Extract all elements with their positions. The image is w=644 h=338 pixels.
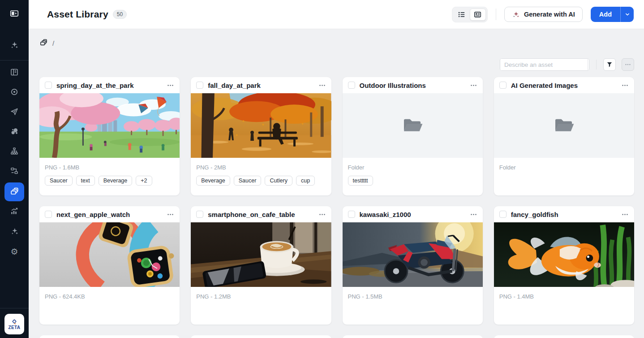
card-menu-button[interactable] — [470, 211, 477, 218]
list-view-button[interactable] — [454, 9, 470, 21]
ellipsis-icon — [621, 82, 629, 89]
card-thumbnail[interactable] — [494, 93, 634, 158]
filter-button[interactable] — [603, 58, 616, 71]
sidebar-item-ai-tools[interactable] — [5, 223, 23, 241]
card-menu-button[interactable] — [167, 211, 174, 218]
sidebar-item-settings[interactable]: ⚙ — [5, 243, 23, 260]
tag[interactable]: +2 — [136, 176, 152, 186]
more-options-button[interactable] — [622, 58, 634, 71]
asset-card-partial[interactable] — [39, 335, 180, 338]
add-button[interactable]: Add — [591, 7, 620, 22]
add-dropdown-button[interactable] — [620, 7, 634, 22]
tag[interactable]: Beverage — [196, 176, 230, 186]
card-menu-button[interactable] — [318, 82, 326, 89]
asset-card[interactable]: Outdoor Illustrations Folder testtttt — [343, 77, 483, 195]
card-checkbox[interactable] — [499, 211, 507, 218]
asset-card[interactable]: smartphone_on_cafe_table PNG - 1.2MB — [191, 206, 331, 325]
sidebar-item-analytics[interactable] — [5, 203, 23, 221]
card-thumbnail[interactable] — [191, 93, 331, 158]
sparkles-icon — [10, 40, 19, 51]
card-checkbox[interactable] — [348, 82, 355, 89]
card-tags: SaucertextBeverage+2 — [45, 176, 174, 186]
ellipsis-icon — [470, 211, 477, 218]
sidebar-item-dashboard[interactable] — [5, 64, 23, 82]
app-logo-button[interactable] — [0, 0, 29, 29]
breadcrumb-root-icon[interactable] — [39, 38, 48, 48]
card-thumbnail[interactable] — [191, 222, 331, 287]
card-menu-button[interactable] — [621, 82, 629, 89]
tag[interactable]: Saucer — [234, 176, 262, 186]
sidebar-item-campaigns[interactable] — [5, 104, 23, 121]
asset-card-partial[interactable] — [343, 335, 483, 338]
tag[interactable]: Beverage — [99, 176, 133, 186]
card-checkbox[interactable] — [45, 211, 52, 218]
breadcrumb-path: / — [52, 39, 54, 47]
card-thumbnail[interactable] — [343, 222, 483, 287]
card-meta: PNG - 1.6MB — [45, 164, 174, 171]
topbar-divider — [496, 9, 496, 20]
search-box — [500, 58, 589, 71]
page-title: Asset Library — [47, 9, 108, 20]
tag[interactable]: Saucer — [45, 176, 73, 186]
card-thumbnail[interactable] — [39, 222, 180, 287]
card-thumbnail[interactable] — [39, 93, 180, 158]
card-title: spring_day_at_the_park — [56, 82, 162, 89]
funnel-icon — [606, 61, 613, 68]
sidebar-divider — [0, 60, 29, 61]
card-menu-button[interactable] — [470, 82, 477, 89]
breadcrumb: / — [39, 39, 634, 48]
ellipsis-icon — [167, 211, 174, 218]
generate-with-ai-button[interactable]: Generate with AI — [504, 7, 583, 22]
tag[interactable]: text — [76, 176, 95, 186]
sidebar-item-audiences[interactable] — [5, 123, 23, 141]
card-checkbox[interactable] — [499, 82, 507, 89]
gallery-view-icon — [473, 10, 482, 19]
card-thumbnail[interactable] — [343, 93, 483, 158]
zeta-diamond-icon — [10, 318, 18, 325]
card-menu-button[interactable] — [167, 82, 174, 89]
asset-card-partial[interactable] — [494, 335, 634, 338]
card-thumbnail[interactable] — [494, 222, 634, 287]
ellipsis-icon — [318, 82, 326, 89]
asset-card[interactable]: fancy_goldfish PNG - 1.4MB — [494, 206, 634, 325]
card-header: AI Generated Images — [494, 77, 634, 93]
card-menu-button[interactable] — [621, 211, 629, 218]
asset-card[interactable]: next_gen_apple_watch PNG - 624.4KB — [39, 206, 180, 325]
sidebar-divider — [0, 308, 29, 308]
sidebar-item-ai-assistant[interactable] — [5, 37, 23, 55]
sidebar-item-journeys[interactable] — [5, 163, 23, 181]
gallery-view-button[interactable] — [470, 9, 486, 21]
card-title: fancy_goldfish — [511, 211, 617, 218]
chevron-down-icon — [624, 11, 631, 17]
ellipsis-icon — [470, 82, 477, 89]
zeta-logo[interactable]: ZETA — [4, 314, 24, 334]
card-title: kawasaki_z1000 — [360, 211, 465, 218]
sidebar-item-targeting[interactable] — [5, 84, 23, 102]
card-tags: BeverageSaucerCutlerycup — [196, 176, 326, 186]
search-button[interactable] — [588, 59, 589, 70]
asset-grid: spring_day_at_the_park PNG - 1.6MB Sauce… — [39, 77, 634, 338]
card-meta: PNG - 624.4KB — [45, 293, 174, 300]
asset-card[interactable]: spring_day_at_the_park PNG - 1.6MB Sauce… — [39, 77, 180, 195]
card-menu-button[interactable] — [318, 211, 326, 218]
card-checkbox[interactable] — [196, 211, 203, 218]
chart-icon — [10, 207, 19, 217]
audience-icon — [10, 127, 19, 138]
card-checkbox[interactable] — [45, 82, 52, 89]
tag[interactable]: cup — [296, 176, 315, 186]
card-meta: PNG - 2MB — [196, 164, 326, 171]
topbar: Asset Library 50 Generate with AI Add — [29, 0, 644, 29]
asset-card-partial[interactable] — [191, 335, 331, 338]
tag[interactable]: Cutlery — [265, 176, 292, 186]
card-checkbox[interactable] — [196, 82, 203, 89]
search-input[interactable] — [500, 59, 588, 70]
asset-card[interactable]: kawasaki_z1000 PNG - 1.5MB — [343, 206, 483, 325]
tag[interactable]: testtttt — [348, 176, 373, 186]
asset-card[interactable]: fall_day_at_park PNG - 2MB BeverageSauce… — [191, 77, 331, 195]
sidebar-item-asset-library[interactable] — [4, 182, 24, 201]
ellipsis-icon — [167, 82, 174, 89]
asset-card[interactable]: AI Generated Images Folder — [494, 77, 634, 195]
sidebar-item-hierarchy[interactable] — [5, 143, 23, 161]
ellipsis-icon — [621, 211, 629, 218]
card-checkbox[interactable] — [348, 211, 355, 218]
